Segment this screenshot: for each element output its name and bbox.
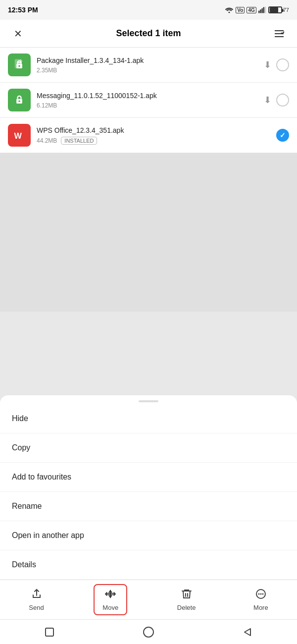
select-checkbox-checked[interactable] [276, 129, 289, 142]
status-bar: 12:53 PM Vo 4G 77 [0, 0, 297, 20]
nav-square-button[interactable] [40, 622, 59, 642]
file-actions: ⬇ [264, 94, 289, 107]
wps-logo: W [12, 128, 26, 142]
file-item[interactable]: Messaging_11.0.1.52_11000152-1.apk 6.12M… [0, 83, 297, 118]
select-checkbox[interactable] [276, 94, 289, 107]
download-icon[interactable]: ⬇ [264, 59, 271, 70]
move-button[interactable]: Move [94, 584, 127, 615]
menu-item-open-another[interactable]: Open in another app [0, 521, 297, 550]
svg-rect-1 [260, 9, 261, 13]
file-icon [8, 54, 31, 76]
square-icon [44, 627, 55, 638]
volte-icon: Vo [236, 7, 245, 13]
file-info: Messaging_11.0.1.52_11000152-1.apk 6.12M… [37, 91, 258, 108]
more-label: More [253, 604, 268, 611]
menu-item-copy[interactable]: Copy [0, 433, 297, 463]
status-time: 12:53 PM [8, 6, 38, 14]
file-item[interactable]: W WPS Office_12.3.4_351.apk 44.2MB INSTA… [0, 118, 297, 153]
delete-button[interactable]: Delete [169, 584, 204, 615]
bottom-sheet: Hide Copy Add to favourites Rename Open … [0, 395, 297, 644]
file-info: Package Installer_1.3.4_134-1.apk 2.35MB [37, 56, 258, 73]
file-name: Messaging_11.0.1.52_11000152-1.apk [37, 91, 258, 100]
circle-icon [142, 626, 155, 639]
menu-item-rename[interactable]: Rename [0, 492, 297, 521]
more-icon [255, 588, 267, 602]
select-checkbox[interactable] [276, 58, 289, 71]
check-all-button[interactable] [269, 24, 289, 44]
delete-icon [181, 588, 193, 602]
send-label: Send [29, 604, 44, 611]
file-meta: 2.35MB [37, 67, 258, 74]
bottom-action-bar: Send Move Delete [0, 580, 297, 619]
apk-icon [12, 93, 26, 107]
svg-marker-18 [245, 629, 250, 636]
svg-point-14 [260, 593, 261, 595]
svg-point-8 [18, 65, 20, 67]
triangle-icon [242, 627, 253, 638]
close-button[interactable]: ✕ [8, 24, 28, 44]
empty-area [0, 153, 297, 312]
file-info: WPS Office_12.3.4_351.apk 44.2MB INSTALL… [37, 126, 270, 144]
svg-rect-3 [263, 7, 264, 13]
file-size: 6.12MB [37, 102, 57, 109]
file-meta: 6.12MB [37, 102, 258, 109]
file-item[interactable]: Package Installer_1.3.4_134-1.apk 2.35MB… [0, 48, 297, 83]
svg-point-17 [144, 627, 153, 637]
file-actions [276, 129, 289, 142]
svg-text:W: W [14, 131, 22, 140]
svg-point-10 [18, 101, 20, 103]
svg-rect-16 [46, 628, 53, 636]
signal-icon [258, 6, 266, 13]
file-size: 44.2MB [37, 137, 57, 144]
move-icon [104, 588, 116, 602]
menu-item-hide[interactable]: Hide [0, 404, 297, 433]
svg-point-13 [258, 593, 259, 595]
download-icon[interactable]: ⬇ [264, 95, 271, 106]
file-icon [8, 89, 31, 111]
send-icon [31, 588, 43, 602]
file-actions: ⬇ [264, 58, 289, 71]
page-title: Selected 1 item [116, 28, 181, 39]
svg-point-15 [262, 593, 263, 595]
nav-back-button[interactable] [238, 622, 257, 642]
wifi-icon [225, 6, 234, 13]
nav-bar [0, 619, 297, 644]
4g-icon: 4G [247, 7, 256, 13]
more-button[interactable]: More [246, 584, 276, 615]
apk-icon [12, 58, 26, 72]
battery-icon: 77 [268, 6, 289, 13]
send-button[interactable]: Send [21, 584, 51, 615]
file-meta: 44.2MB INSTALLED [37, 137, 270, 145]
delete-label: Delete [177, 604, 196, 611]
nav-home-button[interactable] [139, 622, 158, 642]
move-label: Move [102, 604, 118, 611]
file-icon-wps: W [8, 124, 31, 147]
top-bar: ✕ Selected 1 item [0, 20, 297, 48]
file-size: 2.35MB [37, 67, 57, 74]
menu-item-add-favourites[interactable]: Add to favourites [0, 463, 297, 492]
status-icons: Vo 4G 77 [225, 6, 289, 13]
file-name: WPS Office_12.3.4_351.apk [37, 126, 270, 135]
menu-item-details[interactable]: Details [0, 550, 297, 580]
file-list: Package Installer_1.3.4_134-1.apk 2.35MB… [0, 48, 297, 153]
installed-badge: INSTALLED [61, 137, 97, 145]
svg-rect-2 [261, 8, 262, 13]
file-name: Package Installer_1.3.4_134-1.apk [37, 56, 258, 65]
svg-rect-4 [265, 7, 266, 13]
sheet-handle [139, 400, 158, 402]
svg-rect-0 [258, 11, 259, 13]
